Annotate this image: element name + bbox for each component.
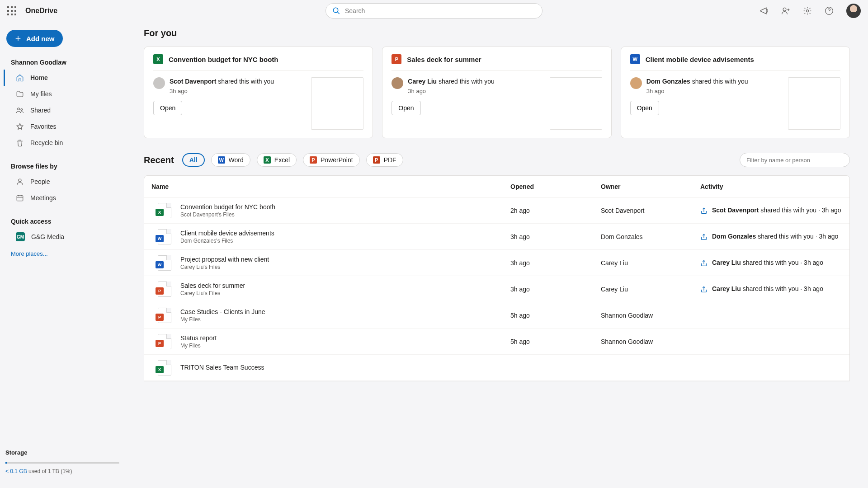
activity-value: Dom Gonzales shared this with you · 3h a… — [700, 233, 845, 241]
activity-value: Carey Liu shared this with you · 3h ago — [700, 285, 845, 293]
sidebar-item-label: Meetings — [30, 194, 56, 202]
card-title: Client mobile device advisements — [646, 56, 754, 63]
storage-block: Storage < 0.1 GB used of 1 TB (1%) — [4, 449, 121, 483]
table-row[interactable]: P Sales deck for summer Carey Liu's File… — [144, 276, 849, 302]
app-launcher-icon[interactable] — [7, 6, 16, 15]
owner-value: Scot Davenport — [601, 207, 700, 214]
more-places-link[interactable]: More places... — [11, 250, 121, 257]
pill-label: Excel — [274, 156, 290, 164]
calendar-icon — [16, 194, 24, 202]
share-text: Scot Davenport shared this with you — [170, 77, 274, 86]
top-bar: OneDrive — [0, 0, 868, 22]
file-thumbnail — [311, 77, 363, 130]
announcements-icon[interactable] — [760, 6, 769, 15]
col-name[interactable]: Name — [149, 183, 510, 190]
filter-input[interactable] — [740, 153, 850, 167]
col-owner[interactable]: Owner — [601, 183, 700, 190]
for-you-card[interactable]: X Convention budget for NYC booth Scot D… — [144, 47, 373, 138]
table-row[interactable]: X Convention budget for NYC booth Scot D… — [144, 197, 849, 224]
table-row[interactable]: W Client mobile device advisements Dom G… — [144, 224, 849, 250]
quick-section-title: Quick access — [11, 218, 121, 225]
sidebar-item-people[interactable]: People — [4, 174, 121, 190]
owner-value: Shannon Goodlaw — [601, 338, 700, 345]
storage-bar — [5, 462, 119, 464]
activity-value: Carey Liu shared this with you · 3h ago — [700, 259, 845, 267]
person-icon — [16, 178, 24, 186]
sidebar-item-shared[interactable]: Shared — [4, 102, 121, 118]
filter-pill-excel[interactable]: XExcel — [257, 153, 297, 167]
file-icon: W — [158, 255, 171, 271]
sidebar-item-favorites[interactable]: Favorites — [4, 118, 121, 135]
card-title: Convention budget for NYC booth — [169, 56, 278, 63]
file-type-icon: P — [392, 54, 401, 64]
file-icon: P — [158, 308, 171, 323]
svg-point-10 — [18, 108, 20, 110]
file-location: Dom Gonzales's Files — [180, 238, 510, 244]
for-you-heading: For you — [144, 28, 850, 38]
powerpoint-icon: P — [310, 156, 317, 164]
filter-pill-powerpoint[interactable]: PPowerPoint — [303, 153, 360, 167]
main-content: For you X Convention budget for NYC boot… — [126, 22, 868, 488]
owner-value: Dom Gonzales — [601, 233, 700, 240]
table-row[interactable]: X TRITON Sales Team Success — [144, 355, 849, 381]
search-box[interactable] — [326, 3, 542, 19]
file-icon: X — [158, 203, 171, 218]
recent-table: Name Opened Owner Activity X Convention … — [144, 175, 850, 381]
sidebar-item-recycle[interactable]: Recycle bin — [4, 135, 121, 151]
file-thumbnail — [788, 77, 840, 130]
table-header: Name Opened Owner Activity — [144, 176, 849, 197]
filter-pill-pdf[interactable]: PPDF — [366, 153, 403, 167]
sidebar-item-home[interactable]: Home — [4, 70, 121, 86]
svg-point-0 — [333, 8, 338, 13]
search-input[interactable] — [345, 7, 536, 14]
filter-pill-all[interactable]: All — [182, 153, 205, 167]
plus-icon — [14, 35, 22, 42]
opened-value: 3h ago — [510, 286, 601, 293]
pdf-icon: P — [373, 156, 380, 164]
sidebar-item-label: My files — [30, 90, 52, 98]
word-icon: W — [218, 156, 225, 164]
file-icon: P — [158, 282, 171, 297]
share-text: Dom Gonzales shared this with you — [646, 77, 748, 86]
table-row[interactable]: P Status report My Files 5h ago Shannon … — [144, 328, 849, 355]
svg-point-2 — [783, 8, 786, 11]
storage-text[interactable]: < 0.1 GB used of 1 TB (1%) — [5, 468, 119, 474]
sidebar-item-label: Shared — [30, 107, 51, 114]
share-time: 3h ago — [170, 88, 274, 94]
open-button[interactable]: Open — [392, 101, 420, 115]
file-location: My Files — [180, 316, 510, 323]
col-opened[interactable]: Opened — [510, 183, 601, 190]
for-you-card[interactable]: W Client mobile device advisements Dom G… — [621, 47, 850, 138]
sharer-avatar — [630, 77, 642, 89]
add-new-button[interactable]: Add new — [6, 30, 63, 47]
owner-value: Carey Liu — [601, 259, 700, 267]
gear-icon[interactable] — [803, 6, 812, 15]
site-chip-icon: GM — [16, 232, 25, 241]
file-icon: X — [158, 360, 171, 375]
search-icon — [332, 7, 340, 15]
file-icon: W — [158, 229, 171, 244]
sidebar-item-gg-media[interactable]: GM G&G Media — [4, 229, 121, 245]
file-thumbnail — [550, 77, 602, 130]
sidebar-item-label: G&G Media — [31, 233, 64, 240]
trash-icon — [16, 139, 24, 147]
open-button[interactable]: Open — [153, 101, 182, 115]
help-icon[interactable] — [825, 6, 834, 15]
table-row[interactable]: P Case Studies - Clients in June My File… — [144, 302, 849, 328]
home-icon — [16, 74, 24, 82]
sidebar-item-meetings[interactable]: Meetings — [4, 190, 121, 206]
table-row[interactable]: W Project proposal with new client Carey… — [144, 250, 849, 276]
file-name: Client mobile device advisements — [180, 230, 510, 237]
for-you-card[interactable]: P Sales deck for summer Carey Liu shared… — [382, 47, 611, 138]
file-location: My Files — [180, 343, 510, 349]
sharer-avatar — [153, 77, 165, 89]
open-button[interactable]: Open — [630, 101, 659, 115]
filter-pill-word[interactable]: WWord — [211, 153, 250, 167]
col-activity[interactable]: Activity — [700, 183, 845, 190]
user-avatar[interactable] — [846, 4, 861, 18]
people-icon — [16, 106, 24, 114]
sidebar: Add new Shannon Goodlaw Home My files Sh… — [0, 22, 126, 488]
sidebar-item-myfiles[interactable]: My files — [4, 86, 121, 102]
people-add-icon[interactable] — [781, 6, 790, 15]
browse-section-title: Browse files by — [11, 163, 121, 170]
